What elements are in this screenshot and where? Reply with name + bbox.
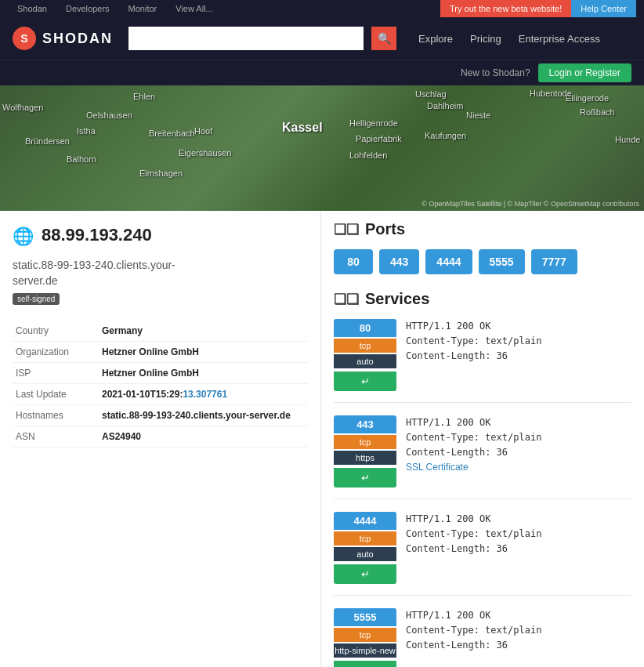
help-button[interactable]: Help Center bbox=[571, 0, 636, 17]
banner-link-developers[interactable]: Developers bbox=[56, 0, 119, 17]
port-badge-80[interactable]: 80 bbox=[334, 249, 373, 274]
service-protocol-80: tcp bbox=[334, 339, 396, 353]
asn-value: AS24940 bbox=[99, 426, 308, 448]
service-type-80: auto bbox=[334, 354, 396, 368]
banner-link-monitor[interactable]: Monitor bbox=[119, 0, 167, 17]
table-row-asn: ASN AS24940 bbox=[13, 426, 308, 448]
map-label-nieste: Nieste bbox=[466, 111, 490, 120]
content-area: 🌐 88.99.193.240 static.88-99-193-240.cli… bbox=[0, 211, 644, 667]
ports-title-text: Ports bbox=[365, 220, 405, 238]
services-section-title: ❑❑ Services bbox=[334, 290, 631, 308]
map-label-breitenbach: Breitenbach bbox=[149, 129, 195, 138]
service-type-443: https bbox=[334, 451, 396, 465]
nav-link-pricing[interactable]: Pricing bbox=[464, 30, 508, 48]
service-port-443[interactable]: 443 bbox=[334, 415, 396, 433]
search-button[interactable]: 🔍 bbox=[371, 27, 396, 50]
hostname-rest: server.de bbox=[13, 274, 58, 287]
map-label-lohfelden: Lohfelden bbox=[349, 150, 387, 160]
isp-label: ISP bbox=[13, 363, 99, 384]
lastupdate-value: 2021-01-10T15:29:13.307761 bbox=[99, 384, 308, 405]
table-row-hostnames: Hostnames static.88-99-193-240.clients.y… bbox=[13, 405, 308, 426]
service-entry-443: 443 tcp https ↵ HTTP/1.1 200 OK Content-… bbox=[334, 415, 631, 499]
service-badges-443: 443 tcp https ↵ bbox=[334, 415, 396, 488]
banner-link-shodan[interactable]: Shodan bbox=[8, 0, 56, 17]
top-banner-links: Shodan Developers Monitor View All... bbox=[8, 0, 440, 17]
port-badge-7777[interactable]: 7777 bbox=[531, 249, 577, 274]
banner-link-viewall[interactable]: View All... bbox=[166, 0, 223, 17]
ports-grid-icon: ❏❏ bbox=[334, 221, 359, 238]
service-share-443[interactable]: ↵ bbox=[334, 468, 396, 488]
map-label-kaufungen: Kaufungen bbox=[425, 131, 466, 140]
service-info-4444: HTTP/1.1 200 OK Content-Type: text/plain… bbox=[406, 512, 631, 557]
right-panel: ❏❏ Ports 80 443 4444 5555 7777 ❑❑ Servic… bbox=[321, 211, 644, 667]
ports-container: 80 443 4444 5555 7777 bbox=[334, 249, 631, 274]
map-label-eigershausen: Eigershausen bbox=[179, 148, 231, 158]
table-row-country: Country Germany bbox=[13, 321, 308, 342]
map-label-dahlheim: Dahlheim bbox=[427, 101, 463, 111]
map-label-kassel: Kassel bbox=[282, 121, 323, 135]
info-table: Country Germany Organization Hetzner Onl… bbox=[13, 321, 308, 448]
main-nav: S SHODAN 🔍 Explore Pricing Enterprise Ac… bbox=[0, 17, 644, 60]
service-response-5555: HTTP/1.1 200 OK Content-Type: text/plain… bbox=[406, 608, 631, 654]
service-info-443: HTTP/1.1 200 OK Content-Type: text/plain… bbox=[406, 415, 631, 473]
service-entry-80: 80 tcp auto ↵ HTTP/1.1 200 OK Content-Ty… bbox=[334, 319, 631, 403]
org-value: Hetzner Online GmbH bbox=[99, 342, 308, 363]
service-response-80: HTTP/1.1 200 OK Content-Type: text/plain… bbox=[406, 319, 631, 364]
beta-button[interactable]: Try out the new beta website! bbox=[440, 0, 571, 17]
map-label-hunde: Hunde bbox=[615, 135, 640, 144]
service-port-80[interactable]: 80 bbox=[334, 319, 396, 337]
search-input[interactable] bbox=[128, 27, 364, 50]
hostnames-value: static.88-99-193-240.clients.your-server… bbox=[99, 405, 308, 426]
table-row-org: Organization Hetzner Online GmbH bbox=[13, 342, 308, 363]
service-protocol-4444: tcp bbox=[334, 531, 396, 546]
lastupdate-link[interactable]: 13.307761 bbox=[183, 389, 227, 400]
service-port-5555[interactable]: 5555 bbox=[334, 608, 396, 626]
ip-header: 🌐 88.99.193.240 static.88-99-193-240.cli… bbox=[13, 225, 308, 271]
map-label-hubentode: Hubentode bbox=[530, 89, 572, 98]
map-label-wolfhagen: Wolfhagen bbox=[2, 103, 43, 112]
table-row-lastupdate: Last Update 2021-01-10T15:29:13.307761 bbox=[13, 384, 308, 405]
left-panel: 🌐 88.99.193.240 static.88-99-193-240.cli… bbox=[0, 211, 321, 667]
asn-label: ASN bbox=[13, 426, 99, 448]
lastupdate-label: Last Update bbox=[13, 384, 99, 405]
map-label-papierfabrik: Papierfabrik bbox=[356, 134, 402, 143]
table-row-isp: ISP Hetzner Online GmbH bbox=[13, 363, 308, 384]
map-label-ehlen: Ehlen bbox=[133, 92, 155, 101]
service-response-4444: HTTP/1.1 200 OK Content-Type: text/plain… bbox=[406, 512, 631, 557]
service-share-80[interactable]: ↵ bbox=[334, 372, 396, 391]
map-area: Wolfhagen Ehlen Uschlag Dahlheim Nieste … bbox=[0, 85, 644, 211]
map-label-elmshagen: Elmshagen bbox=[139, 169, 183, 178]
ssl-certificate-link[interactable]: SSL Certificate bbox=[406, 462, 469, 473]
service-port-4444[interactable]: 4444 bbox=[334, 512, 396, 530]
service-badges-80: 80 tcp auto ↵ bbox=[334, 319, 396, 391]
map-label-helligenrode: Helligenrode bbox=[349, 118, 398, 128]
self-signed-badge: self-signed bbox=[13, 293, 60, 305]
hostnames-label: Hostnames bbox=[13, 405, 99, 426]
service-entry-5555: 5555 tcp http-simple-new ↵ HTTP/1.1 200 … bbox=[334, 608, 631, 667]
nav-link-explore[interactable]: Explore bbox=[412, 30, 459, 48]
logo-area: S SHODAN bbox=[13, 27, 113, 50]
services-grid-icon: ❑❑ bbox=[334, 291, 359, 308]
service-badges-4444: 4444 tcp auto ↵ bbox=[334, 512, 396, 584]
port-badge-4444[interactable]: 4444 bbox=[425, 249, 472, 274]
nav-link-enterprise[interactable]: Enterprise Access bbox=[512, 30, 606, 48]
map-label-uschlag: Uschlag bbox=[415, 89, 447, 99]
search-icon: 🔍 bbox=[378, 32, 391, 45]
top-banner: Shodan Developers Monitor View All... Tr… bbox=[0, 0, 644, 17]
map-label-hoof: Hoof bbox=[194, 126, 212, 136]
service-protocol-5555: tcp bbox=[334, 628, 396, 642]
map-label-oelshausen: Oelshausen bbox=[86, 111, 132, 120]
nav-links: Explore Pricing Enterprise Access bbox=[412, 30, 606, 48]
service-share-4444[interactable]: ↵ bbox=[334, 564, 396, 584]
service-info-5555: HTTP/1.1 200 OK Content-Type: text/plain… bbox=[406, 608, 631, 654]
service-type-4444: auto bbox=[334, 547, 396, 561]
port-badge-5555[interactable]: 5555 bbox=[479, 249, 525, 274]
sub-nav: New to Shodan? Login or Register bbox=[0, 60, 644, 85]
logo-icon: S bbox=[13, 27, 36, 50]
port-badge-443[interactable]: 443 bbox=[379, 249, 419, 274]
login-register-button[interactable]: Login or Register bbox=[538, 63, 631, 82]
ip-hostname-short: static.88-99-193-240.clients.your- bbox=[13, 259, 175, 271]
service-share-5555[interactable]: ↵ bbox=[334, 661, 396, 667]
country-value: Germany bbox=[99, 321, 308, 342]
map-background: Wolfhagen Ehlen Uschlag Dahlheim Nieste … bbox=[0, 85, 644, 211]
